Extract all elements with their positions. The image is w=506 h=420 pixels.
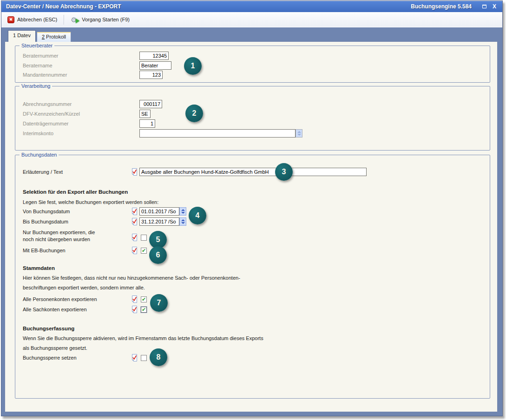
start-process-button-label: Vorgang Starten (F9)	[82, 17, 130, 22]
nur-buchungen-label-line2: noch nicht übergeben wurden	[23, 236, 90, 242]
erlaeuterung-label: Erläuterung / Text	[23, 169, 131, 175]
row-bis-buchungsdatum: Bis Buchungsdatum	[23, 217, 186, 226]
field-check-doc-icon	[131, 168, 138, 176]
bis-buchungsdatum-spinner[interactable]	[179, 217, 186, 226]
engine-version-label: Buchungsengine 5.584	[411, 3, 472, 10]
datentraegernummer-input[interactable]	[139, 119, 155, 128]
mandantennummer-label: Mandantennummer	[23, 72, 139, 78]
start-process-button[interactable]: ⚙ Vorgang Starten (F9)	[67, 14, 133, 25]
mit-eb-buchungen-checkbox[interactable]: ✔	[141, 248, 147, 254]
close-button[interactable]: X	[490, 3, 499, 10]
buchungssperre-checkbox[interactable]	[141, 355, 147, 361]
row-alle-personenkonten: Alle Personenkonten exportieren ✔	[23, 295, 147, 303]
row-nur-buchungen-controls	[131, 233, 147, 242]
buchungserfassung-description-line2: als Buchungssperre gesetzt.	[23, 345, 87, 351]
selektion-description: Legen Sie fest, welche Buchungen exporti…	[23, 199, 158, 205]
abrechnungsnummer-label: Abrechnungsnummer	[23, 101, 139, 107]
tab-strip: 1 Datev 2 Protokoll	[8, 30, 71, 42]
cancel-button[interactable]: ✖ Abbrechen (ESC)	[4, 15, 60, 25]
cancel-x-icon: ✖	[7, 16, 14, 23]
field-check-doc-icon	[131, 218, 138, 226]
tab-content-panel: Steuerberater Beraternummer Beratername …	[5, 41, 498, 412]
dialog-frame: 1 Datev 2 Protokoll Steuerberater Berate…	[1, 27, 502, 416]
stammdaten-description-line1: Hier können Sie festlegen, dass nicht nu…	[23, 275, 240, 281]
interimskonto-spinner[interactable]	[296, 129, 302, 138]
beraternummer-label: Beraternummer	[23, 53, 139, 59]
bis-buchungsdatum-label: Bis Buchungsdatum	[23, 219, 131, 224]
von-buchungsdatum-input[interactable]	[139, 207, 179, 216]
selektion-header: Selektion für den Export aller Buchungen	[23, 189, 128, 195]
von-buchungsdatum-label: Von Buchungsdatum	[23, 209, 131, 214]
alle-sachkonten-checkbox[interactable]: ✔	[141, 307, 147, 313]
toolbar: ✖ Abbrechen (ESC) ⚙ Vorgang Starten (F9)	[1, 12, 502, 27]
callout-badge-6: 6	[149, 246, 167, 264]
callout-badge-7: 7	[150, 294, 168, 312]
callout-badge-4: 4	[189, 207, 206, 224]
row-erlaeuterung: Erläuterung / Text	[23, 168, 367, 176]
beratername-input[interactable]	[139, 61, 171, 70]
field-check-doc-icon	[131, 234, 138, 242]
row-beratername: Beratername	[23, 61, 171, 70]
interimskonto-input[interactable]	[139, 129, 296, 138]
erlaeuterung-input[interactable]	[139, 168, 367, 176]
app-window: Datev-Center / Neue Abrechnung - EXPORT …	[1, 0, 503, 416]
field-check-doc-icon	[131, 247, 138, 255]
callout-badge-1: 1	[184, 57, 202, 75]
field-check-doc-icon	[131, 306, 138, 314]
mit-eb-buchungen-label: Mit EB-Buchungen	[23, 248, 131, 253]
beraternummer-input[interactable]	[139, 52, 169, 60]
maximize-icon	[482, 5, 486, 8]
row-beraternummer: Beraternummer	[23, 52, 169, 60]
interimskonto-label: Interimskonto	[23, 131, 139, 136]
row-von-buchungsdatum: Von Buchungsdatum	[23, 207, 186, 216]
alle-personenkonten-label: Alle Personenkonten exportieren	[23, 296, 131, 302]
group-steuerberater-title: Steuerberater	[20, 42, 54, 49]
alle-sachkonten-label: Alle Sachkonten exportieren	[23, 307, 131, 312]
buchungserfassung-header: Buchungserfassung	[23, 326, 74, 331]
title-bar: Datev-Center / Neue Abrechnung - EXPORT …	[1, 1, 502, 12]
alle-personenkonten-checkbox[interactable]: ✔	[141, 296, 147, 302]
datentraegernummer-label: Datenträgernummer	[23, 121, 139, 126]
dfv-kennzeichen-input[interactable]	[139, 110, 151, 118]
mandantennummer-input[interactable]	[139, 71, 163, 79]
field-check-doc-icon	[131, 208, 138, 216]
callout-badge-3: 3	[275, 163, 293, 181]
buchungssperre-label: Buchungssperre setzen	[23, 355, 131, 361]
close-icon: X	[493, 4, 496, 9]
nur-buchungen-label-line1: Nur Buchungen exportieren, die	[23, 230, 95, 235]
abrechnungsnummer-input[interactable]	[139, 100, 162, 108]
row-mandantennummer: Mandantennummer	[23, 71, 163, 79]
stammdaten-description-line2: beschriftungen exportiert werden, sonder…	[23, 285, 145, 290]
gear-run-icon: ⚙	[71, 16, 79, 24]
tab-datev[interactable]: 1 Datev	[8, 30, 36, 42]
row-buchungssperre: Buchungssperre setzen	[23, 354, 147, 362]
maximize-button[interactable]	[480, 3, 488, 10]
callout-badge-8: 8	[150, 348, 167, 366]
field-check-doc-icon	[131, 295, 138, 303]
buchungserfassung-description-line1: Wenn Sie die Buchungssperre aktivieren, …	[23, 335, 263, 341]
row-abrechnungsnummer: Abrechnungsnummer	[23, 100, 162, 108]
row-dfv-kennzeichen: DFV-Kennzeichen/Kürzel	[23, 110, 151, 118]
row-interimskonto: Interimskonto	[23, 129, 302, 138]
dfv-kennzeichen-label: DFV-Kennzeichen/Kürzel	[23, 111, 139, 117]
group-verarbeitung-title: Verarbeitung	[20, 83, 52, 90]
row-alle-sachkonten: Alle Sachkonten exportieren ✔	[23, 305, 147, 314]
row-datentraegernummer: Datenträgernummer	[23, 119, 155, 128]
bis-buchungsdatum-input[interactable]	[139, 217, 179, 226]
window-title: Datev-Center / Neue Abrechnung - EXPORT	[6, 3, 411, 10]
toolbar-separator	[64, 15, 64, 25]
cancel-button-label: Abbrechen (ESC)	[17, 17, 57, 22]
callout-badge-2: 2	[185, 105, 203, 122]
nur-buchungen-checkbox[interactable]	[141, 235, 147, 241]
tab-protokoll[interactable]: 2 Protokoll	[37, 32, 71, 42]
row-mit-eb-buchungen: Mit EB-Buchungen ✔	[23, 246, 147, 255]
von-buchungsdatum-spinner[interactable]	[179, 207, 186, 216]
stammdaten-header: Stammdaten	[23, 265, 55, 271]
beratername-label: Beratername	[23, 63, 139, 68]
group-buchungsdaten-title: Buchungsdaten	[20, 151, 59, 158]
group-verarbeitung: Verarbeitung	[15, 86, 490, 151]
field-check-doc-icon	[131, 354, 138, 362]
